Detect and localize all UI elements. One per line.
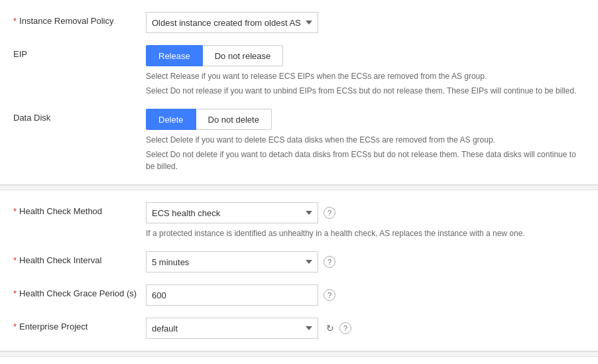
health-check-interval-label: * Health Check Interval (13, 251, 146, 265)
health-check-interval-dropdown[interactable]: 5 minutes (146, 251, 318, 273)
section-divider-2 (0, 351, 598, 357)
required-star-2: * (13, 206, 17, 216)
enterprise-project-dropdown[interactable]: default (146, 318, 318, 339)
health-check-method-content: ECS health check ? If a protected instan… (146, 202, 585, 239)
eip-release-button[interactable]: Release (146, 45, 203, 66)
eip-help-text2: Select Do not release if you want to unb… (146, 85, 585, 97)
instance-removal-label: * Instance Removal Policy (13, 12, 146, 26)
data-disk-help-text1: Select Delete if you want to delete ECS … (146, 134, 585, 146)
data-disk-toggle-group: Delete Do not delete (146, 109, 585, 130)
required-star-3: * (13, 255, 17, 265)
enterprise-project-help-icon[interactable]: ? (339, 322, 351, 334)
required-star-4: * (13, 288, 17, 298)
eip-help-text1: Select Release if you want to release EC… (146, 70, 585, 82)
enterprise-project-label: * Enterprise Project (13, 318, 146, 332)
health-check-method-dropdown[interactable]: ECS health check (146, 202, 318, 223)
eip-toggle-group: Release Do not release (146, 45, 585, 66)
eip-do-not-release-button[interactable]: Do not release (203, 45, 284, 66)
health-check-method-help-icon[interactable]: ? (324, 207, 335, 219)
section-divider (0, 185, 598, 190)
data-disk-content: Delete Do not delete Select Delete if yo… (146, 109, 585, 172)
health-check-interval-help-icon[interactable]: ? (324, 256, 335, 268)
enterprise-project-content: default ↻ ? (146, 318, 585, 339)
health-check-grace-help-icon[interactable]: ? (324, 289, 335, 301)
eip-content: Release Do not release Select Release if… (146, 45, 585, 97)
health-check-interval-content: 5 minutes ? (146, 251, 585, 273)
enterprise-project-refresh-icon[interactable]: ↻ (326, 323, 334, 334)
health-check-method-row: ECS health check ? (146, 202, 585, 223)
eip-label: EIP (13, 45, 146, 59)
health-check-interval-row: 5 minutes ? (146, 251, 585, 273)
data-disk-label: Data Disk (13, 109, 146, 123)
required-star: * (13, 16, 17, 26)
instance-removal-content: Oldest instance created from oldest AS c… (146, 12, 585, 33)
health-check-grace-label: * Health Check Grace Period (s) (13, 284, 146, 298)
health-check-grace-row: ? (146, 284, 585, 306)
data-disk-delete-button[interactable]: Delete (146, 109, 196, 130)
data-disk-help-text2: Select Do not delete if you want to deta… (146, 149, 585, 172)
required-star-5: * (13, 322, 17, 332)
health-check-method-help-text: If a protected instance is identified as… (146, 227, 585, 239)
health-check-grace-content: ? (146, 284, 585, 306)
tag-section: Tag It is recommended that you use TMS's… (0, 357, 598, 364)
health-check-grace-input[interactable] (146, 284, 318, 306)
instance-removal-dropdown[interactable]: Oldest instance created from oldest AS c… (146, 12, 318, 33)
data-disk-do-not-delete-button[interactable]: Do not delete (196, 109, 272, 130)
health-check-method-label: * Health Check Method (13, 202, 146, 216)
enterprise-project-row: default ↻ ? (146, 318, 585, 339)
